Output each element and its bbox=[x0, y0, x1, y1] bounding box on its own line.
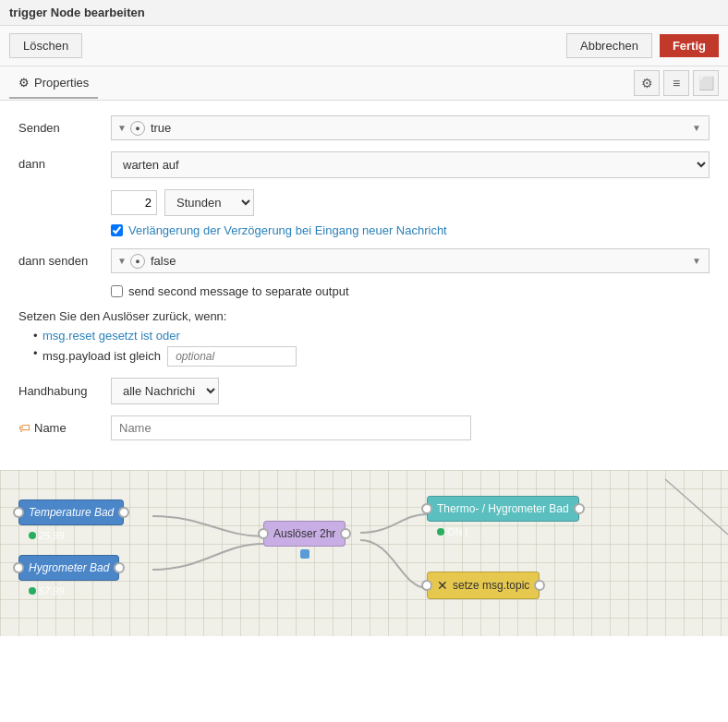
tab-icon-layout[interactable]: ⬜ bbox=[693, 70, 719, 96]
node-port-right-setze bbox=[534, 580, 545, 591]
dann-select[interactable]: warten auf bbox=[111, 151, 710, 178]
cancel-button[interactable]: Abbrechen bbox=[566, 33, 652, 58]
number-unit-row: Stunden Minuten Sekunden bbox=[111, 189, 710, 216]
node-thermo-hygro-status: ON | bbox=[437, 526, 467, 537]
handhabung-label: Handhabung bbox=[18, 384, 102, 398]
title-text: trigger Node bearbeiten bbox=[9, 6, 145, 19]
senden-circle-icon[interactable]: ● bbox=[130, 121, 145, 136]
node-port-left-setze bbox=[421, 580, 432, 591]
node-port-left-ausloser bbox=[258, 528, 269, 539]
node-hygrometer-bad-label: Hygrometer Bad bbox=[29, 561, 109, 574]
node-temperature-bad[interactable]: Temperature Bad 25.99 bbox=[18, 499, 124, 525]
node-thermo-hygro-label: Thermo- / Hygrometer Bad bbox=[437, 502, 569, 515]
node-temperature-bad-label: Temperature Bad bbox=[29, 506, 114, 519]
node-setze-msg[interactable]: ✕ setze msg.topic bbox=[427, 572, 540, 599]
node-port-right-ausloser bbox=[340, 528, 351, 539]
reset-item2-prefix: msg.payload ist gleich bbox=[42, 349, 164, 363]
reset-item-2: msg.payload ist gleich bbox=[33, 346, 710, 367]
dann-senden-value: false bbox=[147, 249, 688, 272]
senden-arrow-down[interactable]: ▼ bbox=[688, 123, 705, 133]
wires-svg bbox=[0, 470, 728, 636]
node-setze-msg-label: setze msg.topic bbox=[453, 579, 529, 592]
node-hygrometer-bad-status-text: 57.99 bbox=[39, 585, 65, 596]
title-bar: trigger Node bearbeiten bbox=[0, 0, 728, 26]
svg-line-0 bbox=[665, 479, 728, 535]
reset-section: Setzen Sie den Auslöser zurück, wenn: ms… bbox=[18, 309, 710, 367]
node-port-left-hygro bbox=[13, 562, 24, 573]
optional-input[interactable] bbox=[167, 346, 297, 367]
done-button[interactable]: Fertig bbox=[660, 34, 719, 57]
senden-value: true bbox=[147, 116, 688, 139]
dann-control: warten auf bbox=[111, 151, 710, 178]
node-ausloser-label: Auslöser 2hr bbox=[273, 527, 335, 540]
node-hygrometer-bad[interactable]: Hygrometer Bad 57.99 bbox=[18, 555, 119, 581]
dann-senden-label: dann senden bbox=[18, 248, 102, 268]
node-ausloser[interactable]: Auslöser 2hr bbox=[263, 521, 346, 547]
status-dot-green bbox=[29, 532, 36, 539]
tab-bar: ⚙ Properties ⚙ ≡ ⬜ bbox=[0, 66, 728, 101]
dann-senden-arrow-down[interactable]: ▼ bbox=[688, 256, 705, 266]
node-port-right bbox=[118, 507, 129, 518]
name-input[interactable] bbox=[111, 415, 471, 440]
node-port-left bbox=[13, 507, 24, 518]
setze-msg-icon: ✕ bbox=[437, 578, 448, 593]
name-label: 🏷 Name bbox=[18, 421, 102, 435]
checkbox-row: Verlängerung der Verzögerung bei Eingang… bbox=[111, 223, 710, 237]
handhabung-row: Handhabung alle Nachrichi bbox=[18, 378, 710, 404]
flow-canvas: Temperature Bad 25.99 Hygrometer Bad 57.… bbox=[0, 470, 728, 636]
reset-item-1: msg.reset gesetzt ist oder bbox=[33, 329, 710, 343]
delay-checkbox[interactable] bbox=[111, 224, 123, 236]
node-temperature-bad-status: 25.99 bbox=[29, 530, 65, 541]
tab-icons: ⚙ ≡ ⬜ bbox=[634, 66, 719, 100]
send-second-row: send second message to separate output bbox=[111, 284, 710, 298]
ausloser-status-square bbox=[300, 549, 309, 559]
form-area: Senden ▼ ● true ▼ dann warten auf Stunde… bbox=[0, 101, 728, 470]
node-hygrometer-bad-status: 57.99 bbox=[29, 585, 65, 596]
status-dot-green-thermo bbox=[437, 528, 444, 535]
gear-icon: ⚙ bbox=[18, 76, 30, 90]
name-label-text: Name bbox=[34, 421, 67, 435]
dann-senden-row: dann senden ▼ ● false ▼ bbox=[18, 248, 710, 273]
tab-icon-settings[interactable]: ⚙ bbox=[634, 70, 660, 96]
tab-properties-label: Properties bbox=[34, 76, 89, 90]
handhabung-select[interactable]: alle Nachrichi bbox=[111, 378, 219, 404]
dann-senden-dropdown-arrow[interactable]: ▼ bbox=[115, 256, 128, 266]
node-thermo-hygro-status-text: ON | bbox=[447, 526, 467, 537]
node-port-left-thermo bbox=[421, 503, 432, 514]
dann-senden-control: ▼ ● false ▼ bbox=[111, 248, 710, 273]
reset-title: Setzen Sie den Auslöser zurück, wenn: bbox=[18, 309, 710, 323]
dann-senden-circle-icon[interactable]: ● bbox=[130, 254, 145, 269]
dann-row: dann warten auf bbox=[18, 151, 710, 178]
reset-list: msg.reset gesetzt ist oder msg.payload i… bbox=[18, 329, 710, 367]
send-second-label: send second message to separate output bbox=[128, 284, 349, 298]
senden-input-container: ▼ ● true ▼ bbox=[111, 115, 710, 140]
senden-label: Senden bbox=[18, 115, 102, 135]
checkbox-label[interactable]: Verlängerung der Verzögerung bei Eingang… bbox=[128, 223, 447, 237]
node-thermo-hygro[interactable]: Thermo- / Hygrometer Bad ON | bbox=[427, 496, 579, 522]
send-second-checkbox[interactable] bbox=[111, 285, 123, 297]
node-port-right-thermo bbox=[574, 503, 585, 514]
unit-select[interactable]: Stunden Minuten Sekunden bbox=[164, 189, 254, 216]
delete-button[interactable]: Löschen bbox=[9, 33, 82, 58]
toolbar: Löschen Abbrechen Fertig bbox=[0, 26, 728, 66]
status-dot-green-hygro bbox=[29, 587, 36, 595]
senden-control: ▼ ● true ▼ bbox=[111, 115, 710, 140]
reset-item1-text: msg.reset gesetzt ist oder bbox=[42, 329, 180, 343]
tab-properties[interactable]: ⚙ Properties bbox=[9, 68, 98, 99]
dann-senden-input-container: ▼ ● false ▼ bbox=[111, 248, 710, 273]
tab-icon-list[interactable]: ≡ bbox=[663, 70, 689, 96]
senden-dropdown-arrow[interactable]: ▼ bbox=[115, 123, 128, 133]
number-input[interactable] bbox=[111, 190, 157, 215]
name-row: 🏷 Name bbox=[18, 415, 710, 440]
node-port-right-hygro bbox=[114, 562, 125, 573]
node-temperature-bad-status-text: 25.99 bbox=[39, 530, 65, 541]
senden-row: Senden ▼ ● true ▼ bbox=[18, 115, 710, 140]
tag-icon: 🏷 bbox=[18, 421, 30, 435]
dann-label: dann bbox=[18, 151, 102, 171]
